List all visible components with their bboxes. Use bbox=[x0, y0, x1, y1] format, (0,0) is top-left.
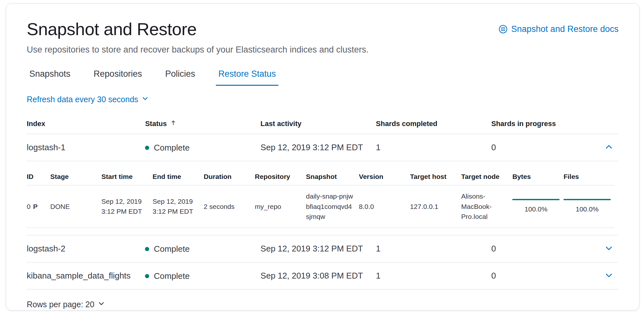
docs-icon bbox=[499, 25, 507, 34]
detail-column-target-node: Target node bbox=[461, 168, 513, 185]
detail-header-row: ID Stage Start time End time Duration Re… bbox=[27, 168, 615, 185]
last-activity-cell: Sep 12, 2019 3:12 PM EDT bbox=[261, 134, 376, 161]
bytes-progress-value: 100.0% bbox=[512, 204, 560, 214]
status-label: Complete bbox=[154, 143, 189, 153]
files-progress-bar bbox=[563, 199, 611, 200]
shards-in-progress-cell: 0 bbox=[491, 235, 601, 262]
table-row-kibana-sample-data-flights: kibana_sample_data_flights Complete Sep … bbox=[27, 262, 619, 289]
shard-id-value: 0 bbox=[27, 201, 31, 212]
column-header-last-activity: Last activity bbox=[261, 115, 376, 134]
expander-cell bbox=[601, 134, 619, 161]
table-row-logstash-1: logstash-1 Complete Sep 12, 2019 3:12 PM… bbox=[27, 134, 619, 161]
chevron-down-icon bbox=[604, 271, 613, 281]
files-progress-value: 100.0% bbox=[563, 204, 611, 214]
docs-link-label: Snapshot and Restore docs bbox=[511, 24, 619, 34]
status-success-dot-icon bbox=[145, 274, 149, 278]
column-header-status-label: Status bbox=[145, 120, 167, 128]
app-window: Snapshot and Restore Snapshot and Restor… bbox=[6, 3, 639, 310]
expand-row-button[interactable] bbox=[603, 242, 615, 255]
refresh-interval-label: Refresh data every 30 seconds bbox=[27, 95, 138, 104]
rows-per-page-control[interactable]: Rows per page: 20 bbox=[27, 300, 105, 309]
detail-id-cell: 0 P bbox=[27, 185, 50, 228]
detail-column-start-time: Start time bbox=[101, 168, 153, 185]
status-label: Complete bbox=[154, 244, 189, 254]
status-cell: Complete bbox=[145, 235, 260, 262]
detail-column-id: ID bbox=[27, 168, 50, 185]
detail-column-duration: Duration bbox=[204, 168, 255, 185]
column-header-status[interactable]: Status bbox=[145, 115, 260, 134]
index-cell: logstash-1 bbox=[27, 134, 145, 161]
detail-column-snapshot: Snapshot bbox=[306, 168, 359, 185]
restore-status-table: Index Status Last activity Shards c bbox=[27, 115, 619, 289]
detail-target-node-cell: Alisons-MacBook-Pro.local bbox=[461, 185, 513, 228]
table-header-row: Index Status Last activity Shards c bbox=[27, 115, 619, 134]
refresh-interval-control[interactable]: Refresh data every 30 seconds bbox=[27, 95, 149, 104]
detail-target-host-cell: 127.0.0.1 bbox=[410, 185, 461, 228]
last-activity-cell: Sep 12, 2019 3:12 PM EDT bbox=[261, 235, 376, 262]
detail-column-bytes: Bytes bbox=[512, 168, 563, 185]
docs-link[interactable]: Snapshot and Restore docs bbox=[499, 24, 619, 34]
shards-completed-cell: 1 bbox=[376, 134, 491, 161]
table-row-logstash-2: logstash-2 Complete Sep 12, 2019 3:12 PM… bbox=[27, 235, 619, 262]
column-header-shards-completed: Shards completed bbox=[376, 115, 491, 134]
column-header-expander bbox=[601, 115, 619, 134]
detail-files-cell: 100.0% bbox=[563, 185, 615, 228]
detail-data-row: 0 P DONE Sep 12, 2019 3:12 PM EDT Sep 12… bbox=[27, 185, 615, 228]
expand-row-button[interactable] bbox=[603, 270, 615, 282]
chevron-up-icon bbox=[604, 142, 613, 152]
detail-column-end-time: End time bbox=[153, 168, 204, 185]
detail-column-version: Version bbox=[359, 168, 410, 185]
sort-ascending-icon bbox=[170, 120, 177, 128]
tab-snapshots[interactable]: Snapshots bbox=[27, 68, 73, 86]
expanded-detail-row: ID Stage Start time End time Duration Re… bbox=[27, 161, 619, 235]
status-success-dot-icon bbox=[145, 146, 149, 150]
detail-end-time-cell: Sep 12, 2019 3:12 PM EDT bbox=[153, 185, 204, 228]
detail-bytes-cell: 100.0% bbox=[512, 185, 563, 228]
bytes-progress-bar bbox=[512, 199, 560, 200]
tabs: Snapshots Repositories Policies Restore … bbox=[27, 68, 619, 86]
last-activity-cell: Sep 12, 2019 3:08 PM EDT bbox=[261, 262, 376, 289]
detail-column-stage: Stage bbox=[50, 168, 101, 185]
detail-stage-cell: DONE bbox=[50, 185, 101, 228]
page-subtitle: Use repositories to store and recover ba… bbox=[27, 45, 619, 55]
detail-duration-cell: 2 seconds bbox=[204, 185, 255, 228]
index-cell: logstash-2 bbox=[27, 235, 145, 262]
shard-detail-table: ID Stage Start time End time Duration Re… bbox=[27, 168, 615, 228]
detail-column-files: Files bbox=[563, 168, 615, 185]
detail-snapshot-cell: daily-snap-pnjwbfiaq1comqvd4sjmqw bbox=[306, 185, 359, 228]
chevron-down-icon bbox=[98, 300, 105, 309]
status-success-dot-icon bbox=[145, 247, 149, 251]
status-label: Complete bbox=[154, 271, 189, 281]
tab-policies[interactable]: Policies bbox=[163, 68, 198, 86]
shards-completed-cell: 1 bbox=[376, 235, 491, 262]
expander-cell bbox=[601, 262, 619, 289]
expander-cell bbox=[601, 235, 619, 262]
chevron-down-icon bbox=[604, 244, 613, 254]
collapse-row-button[interactable] bbox=[603, 141, 615, 154]
expanded-detail-panel: ID Stage Start time End time Duration Re… bbox=[27, 161, 619, 235]
detail-start-time-cell: Sep 12, 2019 3:12 PM EDT bbox=[101, 185, 153, 228]
detail-column-target-host: Target host bbox=[410, 168, 461, 185]
shards-in-progress-cell: 0 bbox=[491, 134, 601, 161]
shards-completed-cell: 1 bbox=[376, 262, 491, 289]
status-cell: Complete bbox=[145, 134, 260, 161]
tab-repositories[interactable]: Repositories bbox=[91, 68, 145, 86]
status-cell: Complete bbox=[145, 262, 260, 289]
rows-per-page-label: Rows per page: 20 bbox=[27, 300, 94, 309]
page-title: Snapshot and Restore bbox=[27, 19, 197, 39]
column-header-index: Index bbox=[27, 115, 145, 134]
detail-column-repository: Repository bbox=[255, 168, 306, 185]
column-header-shards-in-progress: Shards in progress bbox=[491, 115, 601, 134]
shard-primary-badge: P bbox=[33, 201, 38, 212]
page-content: Snapshot and Restore Snapshot and Restor… bbox=[6, 4, 639, 310]
chevron-down-icon bbox=[141, 95, 149, 104]
shards-in-progress-cell: 0 bbox=[491, 262, 601, 289]
page-header: Snapshot and Restore Snapshot and Restor… bbox=[27, 19, 619, 39]
index-cell: kibana_sample_data_flights bbox=[27, 262, 145, 289]
tab-restore-status[interactable]: Restore Status bbox=[216, 68, 279, 86]
detail-repository-cell: my_repo bbox=[255, 185, 306, 228]
detail-version-cell: 8.0.0 bbox=[359, 185, 410, 228]
